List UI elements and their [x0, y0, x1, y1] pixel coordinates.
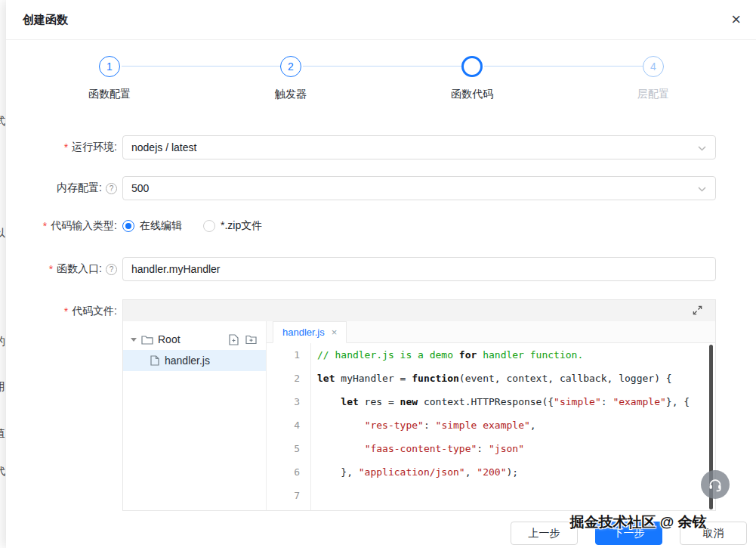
- dialog-title: 创建函数: [23, 13, 68, 27]
- step-function-code: 函数代码: [419, 53, 525, 101]
- line-number: 4: [267, 413, 310, 437]
- background-text-fragment: 式: [0, 115, 5, 128]
- required-asterisk: *: [49, 263, 53, 275]
- code-line: 7: [267, 484, 715, 507]
- headset-icon: [708, 477, 723, 492]
- form-row-code-input-type: * 代码输入类型: 在线编辑 *.zip文件: [6, 217, 756, 235]
- runtime-value: nodejs / latest: [131, 141, 196, 153]
- runtime-select[interactable]: nodejs / latest: [122, 135, 716, 159]
- code-area[interactable]: 1// handler.js is a demo for handler fun…: [267, 343, 715, 510]
- close-icon[interactable]: ×: [731, 9, 741, 30]
- step-circle: 1: [99, 56, 120, 77]
- step-circle: 2: [280, 56, 301, 77]
- chevron-down-icon: [698, 187, 706, 192]
- code-input-type-label: * 代码输入类型:: [6, 217, 117, 235]
- expand-icon[interactable]: [692, 305, 703, 316]
- help-icon[interactable]: ?: [106, 183, 117, 194]
- tree-root-label: Root: [158, 333, 181, 345]
- radio-label: 在线编辑: [140, 219, 182, 233]
- required-asterisk: *: [64, 305, 68, 317]
- background-text-fragment: 值: [0, 427, 5, 441]
- file-icon: [150, 355, 159, 366]
- background-text-fragment: 代: [0, 465, 5, 478]
- tree-actions: [229, 334, 257, 345]
- line-number: 3: [267, 390, 310, 413]
- folder-icon: [141, 335, 153, 345]
- radio-label: *.zip文件: [221, 219, 262, 233]
- step-label: 触发器: [238, 88, 344, 101]
- new-file-icon[interactable]: [229, 334, 239, 345]
- help-icon[interactable]: ?: [106, 264, 117, 275]
- background-text-fragment: 以: [0, 227, 5, 240]
- radio-online-edit[interactable]: 在线编辑: [122, 219, 182, 233]
- code-line: 1// handler.js is a demo for handler fun…: [267, 343, 715, 367]
- step-label: 函数代码: [419, 88, 525, 101]
- step-number: 2: [288, 60, 294, 73]
- required-asterisk: *: [64, 141, 68, 153]
- tab-close-icon[interactable]: ×: [332, 327, 338, 338]
- radio-unchecked-icon: [203, 220, 215, 232]
- background-text-fragment: 用: [0, 380, 5, 394]
- tab-handler-js[interactable]: handler.js ×: [273, 321, 347, 343]
- line-number: 5: [267, 437, 310, 460]
- radio-zip-file[interactable]: *.zip文件: [203, 219, 262, 233]
- code-line: 5 "faas-content-type": "json": [267, 437, 715, 460]
- file-tree: Root handler.js: [123, 321, 267, 510]
- cancel-button[interactable]: 取消: [680, 522, 747, 545]
- background-text-fragment: 的: [0, 335, 5, 348]
- create-function-dialog: 创建函数 × 1 函数配置 2 触发器 函数代码 4 层配置 * 运行环境:: [6, 0, 756, 548]
- step-circle: [461, 56, 483, 77]
- form-row-memory: 内存配置: ? 500: [6, 176, 756, 200]
- code-input-type-radio-group: 在线编辑 *.zip文件: [122, 217, 716, 235]
- steps-bar: 1 函数配置 2 触发器 函数代码 4 层配置: [6, 53, 756, 106]
- step-number: 1: [106, 60, 113, 73]
- line-number: 6: [267, 460, 310, 484]
- memory-select[interactable]: 500: [122, 176, 716, 200]
- caret-down-icon[interactable]: [131, 338, 137, 342]
- new-folder-icon[interactable]: [245, 334, 257, 345]
- step-label: 函数配置: [57, 88, 162, 101]
- next-step-button[interactable]: 下一步: [595, 522, 662, 545]
- form-row-runtime: * 运行环境: nodejs / latest: [6, 135, 756, 159]
- function-entry-input[interactable]: [122, 257, 716, 281]
- help-float-button[interactable]: [701, 470, 730, 499]
- line-number: 1: [267, 343, 310, 367]
- tree-root-row[interactable]: Root: [123, 329, 266, 350]
- code-line: 6 }, "application/json", "200");: [267, 460, 715, 484]
- code-line: 3 let res = new context.HTTPResponse({"s…: [267, 390, 715, 413]
- dialog-header: 创建函数 ×: [6, 0, 756, 40]
- radio-checked-icon: [122, 220, 134, 232]
- tab-label: handler.js: [282, 327, 325, 338]
- chevron-down-icon: [698, 146, 706, 151]
- editor-tab-bar: handler.js ×: [267, 321, 715, 343]
- step-trigger: 2 触发器: [238, 53, 344, 101]
- step-layer-config: 4 层配置: [600, 53, 706, 101]
- memory-label: 内存配置: ?: [6, 176, 117, 200]
- form-row-entry: * 函数入口: ?: [6, 257, 756, 281]
- code-line: 2let myHandler = function(event, context…: [267, 367, 715, 390]
- code-files-label: * 代码文件:: [6, 299, 117, 324]
- memory-value: 500: [131, 182, 149, 194]
- step-circle: 4: [643, 56, 664, 77]
- step-function-config: 1 函数配置: [57, 53, 162, 101]
- tree-file-label: handler.js: [165, 354, 210, 367]
- tree-file-row[interactable]: handler.js: [123, 350, 266, 371]
- editor-toolbar: [123, 300, 715, 322]
- code-editor-panel: Root handler.js handler.js × 1// handler…: [122, 299, 716, 511]
- code-line: 4 "res-type": "simple example",: [267, 413, 715, 437]
- step-number: 4: [650, 60, 656, 73]
- step-label: 层配置: [600, 88, 706, 101]
- runtime-label: * 运行环境:: [6, 135, 117, 159]
- gutter-separator: [310, 343, 311, 510]
- line-number: 7: [267, 484, 310, 507]
- entry-label: * 函数入口: ?: [6, 257, 117, 281]
- prev-step-button[interactable]: 上一步: [511, 522, 578, 545]
- required-asterisk: *: [43, 220, 47, 232]
- line-number: 2: [267, 367, 310, 390]
